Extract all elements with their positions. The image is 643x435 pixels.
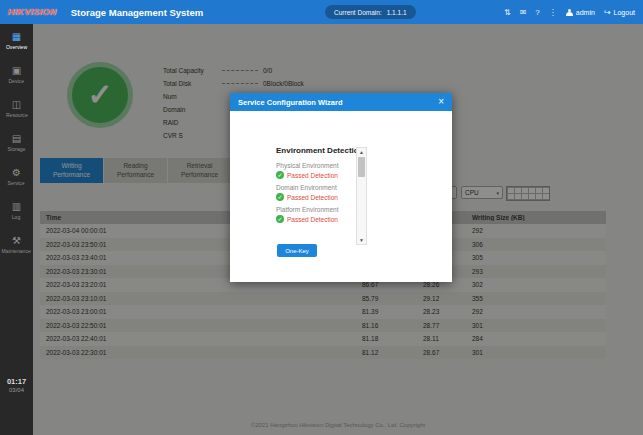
clock-date: 03/04 (0, 387, 33, 393)
environment-check: Domain Environment✓Passed Detection (276, 184, 339, 201)
header-icon-cluster: ⇅✉?⋮ (504, 8, 557, 17)
alarm-icon[interactable]: ✉ (520, 8, 527, 17)
storage-icon: ▤ (12, 134, 21, 144)
scroll-up-icon[interactable]: ▲ (359, 148, 364, 156)
sidebar-item-maintenance[interactable]: ⚒Maintenance (0, 228, 33, 262)
app-window: HIKVISION Storage Management System Curr… (0, 0, 643, 435)
sidebar-nav: ▦Overview▣Device◫Resource▤Storage⚙Servic… (0, 24, 33, 435)
top-header: HIKVISION Storage Management System Curr… (0, 0, 643, 24)
username: admin (576, 9, 595, 16)
service-icon: ⚙ (12, 168, 21, 178)
passed-check-icon: ✓ (276, 215, 284, 223)
header-actions: ⇅✉?⋮ admin ↪ Logout (504, 8, 635, 17)
sidebar-item-label: Resource (6, 112, 28, 117)
overview-icon: ▦ (12, 32, 21, 42)
passed-check-icon: ✓ (276, 171, 284, 179)
passed-check-icon: ✓ (276, 193, 284, 201)
sidebar-item-label: Service (8, 180, 25, 185)
close-icon[interactable]: × (438, 97, 444, 107)
service-config-wizard-modal: Service Configuration Wizard × Environme… (230, 93, 452, 282)
sidebar-clock: 01:17 03/04 (0, 377, 33, 393)
domain-value: 1.1.1.1 (387, 9, 407, 16)
user-icon (566, 9, 573, 16)
clock-time: 01:17 (0, 377, 33, 386)
logout-label: Logout (614, 9, 635, 16)
app-title: Storage Management System (71, 7, 204, 18)
sidebar-item-log[interactable]: ▥Log (0, 194, 33, 228)
environment-name: Physical Environment (276, 162, 339, 169)
sidebar-item-label: Log (12, 214, 21, 219)
more-icon[interactable]: ⋮ (549, 8, 557, 17)
sidebar-item-service[interactable]: ⚙Service (0, 160, 33, 194)
status-text: Passed Detection (287, 172, 338, 179)
environment-detection-title: Environment Detection (276, 146, 364, 155)
sidebar-item-label: Overview (6, 44, 27, 49)
device-icon: ▣ (12, 66, 21, 76)
resource-icon: ◫ (12, 100, 21, 110)
modal-title: Service Configuration Wizard (238, 98, 343, 107)
environment-status: ✓Passed Detection (276, 193, 339, 201)
hikvision-logo: HIKVISION (8, 7, 57, 17)
help-icon[interactable]: ? (535, 8, 539, 17)
environment-status: ✓Passed Detection (276, 215, 339, 223)
one-key-button[interactable]: One-Key (277, 244, 317, 257)
domain-label: Current Domain: (334, 9, 382, 16)
transfer-icon[interactable]: ⇅ (504, 8, 511, 17)
log-icon: ▥ (12, 202, 21, 212)
environment-name: Domain Environment (276, 184, 339, 191)
logout-button[interactable]: ↪ Logout (604, 8, 635, 17)
sidebar-item-label: Storage (8, 146, 26, 151)
status-text: Passed Detection (287, 216, 338, 223)
user-menu[interactable]: admin (566, 9, 595, 16)
current-domain-badge: Current Domain: 1.1.1.1 (325, 5, 416, 19)
environment-name: Platform Environment (276, 206, 339, 213)
logout-icon: ↪ (604, 8, 611, 17)
maintenance-icon: ⚒ (12, 236, 21, 246)
environment-check: Physical Environment✓Passed Detection (276, 162, 339, 179)
sidebar-item-label: Device (9, 78, 25, 83)
status-text: Passed Detection (287, 194, 338, 201)
sidebar-item-resource[interactable]: ◫Resource (0, 92, 33, 126)
modal-body: Environment Detection Physical Environme… (230, 111, 452, 282)
modal-header: Service Configuration Wizard × (230, 93, 452, 111)
scroll-thumb[interactable] (358, 157, 365, 177)
sidebar-item-label: Maintenance (2, 248, 31, 253)
scroll-down-icon[interactable]: ▼ (359, 236, 364, 244)
sidebar-item-device[interactable]: ▣Device (0, 58, 33, 92)
environment-check: Platform Environment✓Passed Detection (276, 206, 339, 223)
modal-scrollbar[interactable]: ▲ ▼ (356, 147, 367, 245)
sidebar-items: ▦Overview▣Device◫Resource▤Storage⚙Servic… (0, 24, 33, 262)
environment-checks: Physical Environment✓Passed DetectionDom… (276, 162, 339, 228)
sidebar-item-overview[interactable]: ▦Overview (0, 24, 33, 58)
environment-status: ✓Passed Detection (276, 171, 339, 179)
sidebar-item-storage[interactable]: ▤Storage (0, 126, 33, 160)
